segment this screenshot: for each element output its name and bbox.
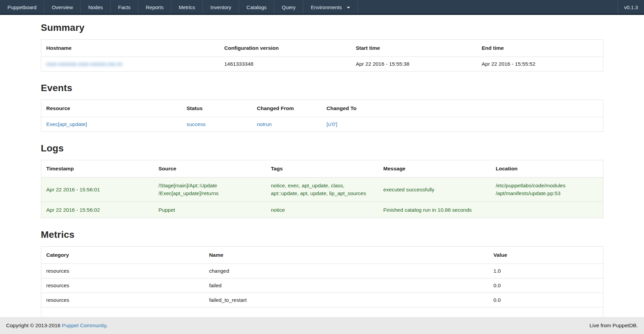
copyright-text: Copyright © 2013-2016 <box>6 322 62 328</box>
metric-name: changed <box>204 264 488 278</box>
events-col-resource: Resource <box>41 100 181 117</box>
logs-col-location: Location <box>491 160 603 178</box>
version-badge: v0.1.3 <box>618 0 644 14</box>
log-tags: notice <box>266 202 378 218</box>
metric-name: failed <box>204 278 488 293</box>
nav-item-nodes[interactable]: Nodes <box>81 0 110 14</box>
log-location-line: /etc/puppetlabs/code/modules <box>496 182 598 189</box>
events-col-status: Status <box>181 100 252 117</box>
log-timestamp: Apr 22 2016 - 15:56:01 <box>41 178 153 202</box>
log-tags: notice, exec, apt_update, class, apt::up… <box>266 178 378 202</box>
log-location <box>491 202 603 218</box>
nav-item-overview[interactable]: Overview <box>44 0 81 14</box>
puppetboard-report-page: Puppetboard Overview Nodes Facts Reports… <box>0 0 644 334</box>
nav-item-reports[interactable]: Reports <box>138 0 171 14</box>
summary-row: xxxx-xxxxxxx.xxxx-xxxxxx.xxx.xx 14613333… <box>41 57 603 71</box>
events-heading: Events <box>41 83 603 93</box>
summary-header-row: Hostname Configuration version Start tim… <box>41 40 603 57</box>
metrics-col-value: Value <box>488 246 603 264</box>
events-col-changed-from: Changed From <box>252 100 322 117</box>
configuration-version-value: 1461333348 <box>219 57 350 71</box>
summary-col-start-time: Start time <box>351 40 477 57</box>
environments-label: Environments <box>311 4 342 10</box>
logs-col-timestamp: Timestamp <box>41 160 153 178</box>
metric-value: 0.0 <box>488 278 603 293</box>
navbar: Puppetboard Overview Nodes Facts Reports… <box>0 0 644 15</box>
logs-heading: Logs <box>41 143 603 154</box>
events-col-changed-to: Changed To <box>321 100 603 117</box>
puppetdb-status-text: Live from PuppetDB. <box>589 322 638 329</box>
footer: Copyright © 2013-2016 Puppet Community. … <box>0 317 644 334</box>
logs-table: Timestamp Source Tags Message Location A… <box>41 160 603 218</box>
metrics-table: Category Name Value resources changed 1.… <box>41 246 603 321</box>
log-timestamp: Apr 22 2016 - 15:56:02 <box>41 202 153 218</box>
event-changed-from-link[interactable]: notrun <box>257 121 272 127</box>
hostname-link[interactable]: xxxx-xxxxxxx.xxxx-xxxxxx.xxx.xx <box>46 61 123 67</box>
events-table: Resource Status Changed From Changed To … <box>41 100 603 132</box>
log-location: /etc/puppetlabs/code/modules /apt/manife… <box>491 178 603 202</box>
log-source-line: Puppet <box>158 206 261 214</box>
event-changed-from-cell: notrun <box>252 117 322 132</box>
nav-item-metrics[interactable]: Metrics <box>171 0 203 14</box>
nav-item-facts[interactable]: Facts <box>111 0 138 14</box>
footer-copyright: Copyright © 2013-2016 Puppet Community. <box>6 322 108 329</box>
hostname-cell: xxxx-xxxxxxx.xxxx-xxxxxx.xxx.xx <box>41 57 219 71</box>
copyright-period: . <box>106 322 107 328</box>
log-message: executed successfully <box>378 178 491 202</box>
event-changed-to-link[interactable]: [u'0'] <box>326 121 337 127</box>
summary-col-configuration-version: Configuration version <box>219 40 350 57</box>
log-source: /Stage[main]/Apt::Update /Exec[apt_updat… <box>153 178 266 202</box>
metrics-col-category: Category <box>41 246 204 264</box>
summary-col-hostname: Hostname <box>41 40 219 57</box>
start-time-value: Apr 22 2016 - 15:55:38 <box>351 57 477 71</box>
logs-col-source: Source <box>153 160 266 178</box>
metric-value: 1.0 <box>488 264 603 278</box>
event-resource-cell: Exec[apt_update] <box>41 117 181 132</box>
nav-item-inventory[interactable]: Inventory <box>203 0 239 14</box>
metric-row: resources failed 0.0 <box>41 278 603 293</box>
metric-category: resources <box>41 278 204 293</box>
metric-row: resources changed 1.0 <box>41 264 603 278</box>
log-row: Apr 22 2016 - 15:56:02 Puppet notice Fin… <box>41 202 603 218</box>
event-status-link[interactable]: success <box>187 121 206 127</box>
event-resource-link[interactable]: Exec[apt_update] <box>46 121 87 127</box>
end-time-value: Apr 22 2016 - 15:55:52 <box>476 57 603 71</box>
nav-item-query[interactable]: Query <box>274 0 303 14</box>
log-message: Finished catalog run in 10.88 seconds <box>378 202 491 218</box>
log-source: Puppet <box>153 202 266 218</box>
nav-dropdown-environments[interactable]: Environments <box>303 0 358 14</box>
metrics-header-row: Category Name Value <box>41 246 603 264</box>
events-header-row: Resource Status Changed From Changed To <box>41 100 603 117</box>
metric-row: resources failed_to_restart 0.0 <box>41 293 603 307</box>
metrics-heading: Metrics <box>41 229 603 240</box>
nav-brand-puppetboard[interactable]: Puppetboard <box>0 0 44 14</box>
logs-col-message: Message <box>378 160 491 178</box>
metric-value: 0.0 <box>488 293 603 307</box>
logs-col-tags: Tags <box>266 160 378 178</box>
report-content: Summary Hostname Configuration version S… <box>41 22 603 321</box>
summary-heading: Summary <box>41 22 603 33</box>
summary-table: Hostname Configuration version Start tim… <box>41 39 603 71</box>
event-status-cell: success <box>181 117 252 132</box>
logs-header-row: Timestamp Source Tags Message Location <box>41 160 603 178</box>
event-row: Exec[apt_update] success notrun [u'0'] <box>41 117 603 132</box>
metrics-col-name: Name <box>204 246 488 264</box>
puppet-community-link[interactable]: Puppet Community <box>62 322 106 328</box>
metric-name: failed_to_restart <box>204 293 488 307</box>
log-source-line: /Exec[apt_update]/returns <box>158 189 261 197</box>
log-row: Apr 22 2016 - 15:56:01 /Stage[main]/Apt:… <box>41 178 603 202</box>
metric-category: resources <box>41 264 204 278</box>
caret-down-icon <box>347 7 350 8</box>
nav-item-catalogs[interactable]: Catalogs <box>239 0 274 14</box>
log-source-line: /Stage[main]/Apt::Update <box>158 182 261 189</box>
log-location-line: /apt/manifests/update.pp:53 <box>496 189 598 197</box>
metric-category: resources <box>41 293 204 307</box>
summary-col-end-time: End time <box>476 40 603 57</box>
navbar-spacer <box>358 0 618 14</box>
event-changed-to-cell: [u'0'] <box>321 117 603 132</box>
